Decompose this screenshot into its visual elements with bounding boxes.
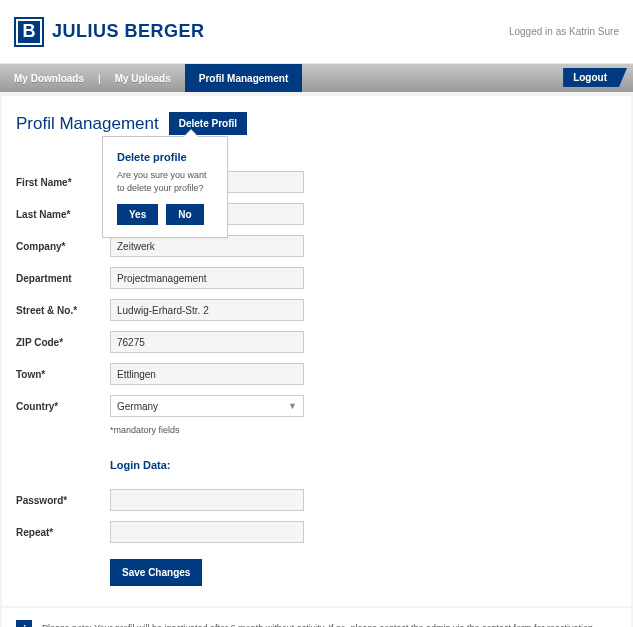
repeat-password-input[interactable] [110, 521, 304, 543]
label-street: Street & No.* [16, 305, 110, 316]
street-input[interactable] [110, 299, 304, 321]
company-input[interactable] [110, 235, 304, 257]
page-title: Profil Management [16, 114, 159, 134]
label-last-name: Last Name* [16, 209, 110, 220]
info-icon: i [16, 620, 32, 627]
label-first-name: First Name* [16, 177, 110, 188]
nav-my-uploads[interactable]: My Uploads [101, 64, 185, 92]
popover-yes-button[interactable]: Yes [117, 204, 158, 225]
page-header: Profil Management Delete Profil [16, 112, 617, 135]
logo-icon: B [14, 17, 44, 47]
popover-text: Are you sure you want to delete your pro… [117, 169, 213, 194]
label-password: Password* [16, 495, 110, 506]
department-input[interactable] [110, 267, 304, 289]
country-value: Germany [117, 401, 158, 412]
zip-input[interactable] [110, 331, 304, 353]
nav-profile-management[interactable]: Profil Management [185, 64, 302, 92]
label-department: Department [16, 273, 110, 284]
popover-title: Delete profile [117, 151, 213, 163]
logo: B JULIUS BERGER [14, 17, 205, 47]
label-town: Town* [16, 369, 110, 380]
chevron-down-icon: ▼ [288, 401, 297, 411]
town-input[interactable] [110, 363, 304, 385]
note-text: Please note: Your profil will be inactiv… [42, 623, 596, 627]
delete-profile-button[interactable]: Delete Profil [169, 112, 247, 135]
label-country: Country* [16, 401, 110, 412]
password-input[interactable] [110, 489, 304, 511]
login-data-heading: Login Data: [110, 459, 617, 471]
save-button[interactable]: Save Changes [110, 559, 202, 586]
note-bar: i Please note: Your profil will be inact… [2, 608, 631, 627]
logged-in-text: Logged in as Katrin Sure [509, 26, 619, 37]
logo-text: JULIUS BERGER [52, 21, 205, 42]
label-repeat: Repeat* [16, 527, 110, 538]
nav-my-downloads[interactable]: My Downloads [0, 64, 98, 92]
label-zip: ZIP Code* [16, 337, 110, 348]
label-company: Company* [16, 241, 110, 252]
logout-button[interactable]: Logout [563, 68, 627, 87]
popover-no-button[interactable]: No [166, 204, 203, 225]
delete-popover: Delete profile Are you sure you want to … [102, 136, 228, 238]
mandatory-note: *mandatory fields [110, 425, 617, 435]
content-panel: Profil Management Delete Profil Delete p… [2, 96, 631, 606]
popover-buttons: Yes No [117, 204, 213, 225]
header: B JULIUS BERGER Logged in as Katrin Sure [0, 0, 633, 64]
country-select[interactable]: Germany ▼ [110, 395, 304, 417]
nav-bar: My Downloads | My Uploads Profil Managem… [0, 64, 633, 92]
